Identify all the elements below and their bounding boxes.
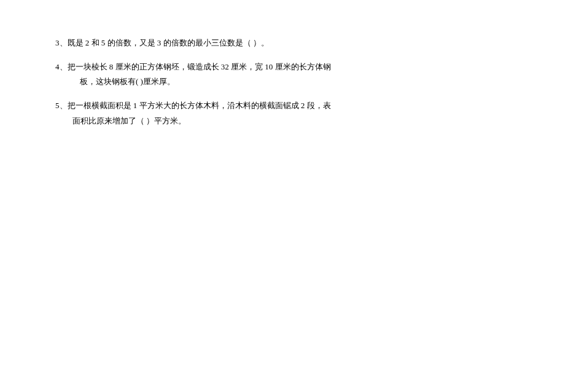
- question-5: 5、把一根横截面积是 1 平方米大的长方体木料，沿木料的横截面锯成 2 段，表 …: [55, 98, 510, 128]
- question-3-line1: 既是 2 和 5 的倍数，又是 3 的倍数的最小三位数是（ ）。: [68, 38, 269, 47]
- question-5-line1: 把一根横截面积是 1 平方米大的长方体木料，沿木料的横截面锯成 2 段，表: [68, 101, 331, 110]
- question-4: 4、把一块棱长 8 厘米的正方体钢坯，锻造成长 32 厘米，宽 10 厘米的长方…: [55, 60, 510, 90]
- question-5-line1-wrap: 5、把一根横截面积是 1 平方米大的长方体木料，沿木料的横截面锯成 2 段，表: [55, 98, 510, 114]
- question-3: 3、既是 2 和 5 的倍数，又是 3 的倍数的最小三位数是（ ）。: [55, 36, 510, 51]
- question-5-number: 5、: [55, 101, 68, 110]
- question-4-line1-wrap: 4、把一块棱长 8 厘米的正方体钢坯，锻造成长 32 厘米，宽 10 厘米的长方…: [55, 60, 510, 75]
- question-3-text: 3、既是 2 和 5 的倍数，又是 3 的倍数的最小三位数是（ ）。: [55, 36, 510, 51]
- question-4-line1: 把一块棱长 8 厘米的正方体钢坯，锻造成长 32 厘米，宽 10 厘米的长方体钢: [68, 62, 331, 71]
- question-5-line2: 面积比原来增加了（ ）平方米。: [55, 114, 510, 129]
- question-4-line2: 板，这块钢板有( )厘米厚。: [55, 74, 510, 90]
- question-4-number: 4、: [55, 62, 68, 71]
- question-3-number: 3、: [55, 38, 68, 47]
